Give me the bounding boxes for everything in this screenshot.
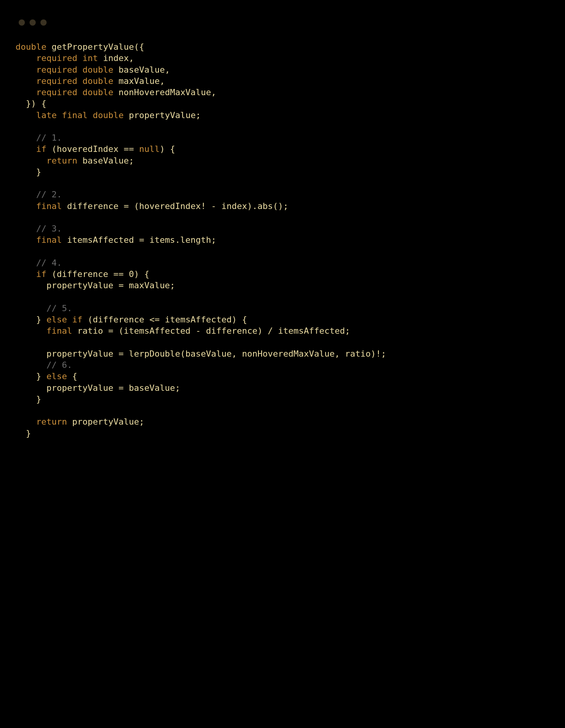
- token-cmt: // 6.: [46, 360, 72, 370]
- token-kw: final: [62, 110, 87, 120]
- token-cmt: // 2.: [36, 190, 62, 199]
- token-id: (difference ==: [52, 269, 129, 279]
- token-kw: null: [139, 144, 160, 154]
- traffic-light-minimize-icon: [30, 19, 36, 26]
- token-kw: double: [82, 76, 113, 86]
- token-kw: double: [82, 65, 113, 75]
- token-fn: getPropertyValue: [52, 42, 134, 52]
- token-kw: else: [46, 371, 67, 381]
- token-id: nonHoveredMaxValue,: [119, 87, 216, 97]
- token-id: propertyValue;: [129, 110, 201, 120]
- token-kw: else: [46, 315, 67, 324]
- token-cmt: // 3.: [36, 224, 62, 233]
- token-kw: required: [36, 65, 77, 75]
- token-kw: return: [46, 156, 77, 165]
- token-id: {: [72, 371, 77, 381]
- token-id: }: [36, 371, 47, 381]
- token-id: maxValue,: [119, 76, 165, 86]
- token-id: }: [36, 394, 41, 404]
- token-kw: if: [36, 144, 47, 154]
- token-kw: late: [36, 110, 57, 120]
- token-kw: double: [93, 110, 124, 120]
- token-id: propertyValue = maxValue;: [46, 280, 175, 290]
- token-id: itemsAffected = items.length;: [67, 235, 216, 245]
- token-id: index,: [103, 53, 134, 63]
- token-id: propertyValue = lerpDouble(baseValue, no…: [46, 349, 386, 359]
- token-cmt: // 4.: [36, 258, 62, 268]
- token-id: propertyValue;: [72, 417, 144, 427]
- traffic-light-zoom-icon: [40, 19, 47, 26]
- token-id: ({: [134, 42, 145, 52]
- token-id: (hoveredIndex ==: [52, 144, 139, 154]
- token-id: ) {: [160, 144, 175, 154]
- code-block[interactable]: double getPropertyValue({ required int i…: [16, 41, 549, 439]
- token-cmt: // 1.: [36, 133, 62, 143]
- token-id: difference = (hoveredIndex! - index).abs…: [67, 201, 288, 211]
- token-kw: if: [36, 269, 47, 279]
- token-id: propertyValue = baseValue;: [46, 383, 180, 393]
- token-id: }: [36, 315, 47, 324]
- window-traffic-lights: [19, 19, 549, 26]
- token-id: }: [26, 428, 31, 438]
- token-id: }: [36, 167, 41, 177]
- token-kw: double: [16, 42, 46, 52]
- token-kw: if: [72, 315, 83, 324]
- token-kw: final: [36, 201, 62, 211]
- token-kw: double: [82, 87, 113, 97]
- token-kw: required: [36, 76, 77, 86]
- token-kw: final: [36, 235, 62, 245]
- code-window: double getPropertyValue({ required int i…: [0, 0, 565, 728]
- token-kw: required: [36, 53, 77, 63]
- token-id: baseValue;: [82, 156, 134, 165]
- token-kw: required: [36, 87, 77, 97]
- token-id: ) {: [134, 269, 150, 279]
- token-id: }) {: [26, 99, 47, 108]
- token-kw: int: [82, 53, 98, 63]
- traffic-light-close-icon: [19, 19, 25, 26]
- token-kw: final: [46, 326, 72, 336]
- token-kw: return: [36, 417, 67, 427]
- token-cmt: // 5.: [46, 303, 72, 313]
- token-id: (difference <= itemsAffected) {: [87, 315, 247, 324]
- token-id: ratio = (itemsAffected - difference) / i…: [77, 326, 350, 336]
- token-id: baseValue,: [119, 65, 170, 75]
- token-num: 0: [129, 269, 134, 279]
